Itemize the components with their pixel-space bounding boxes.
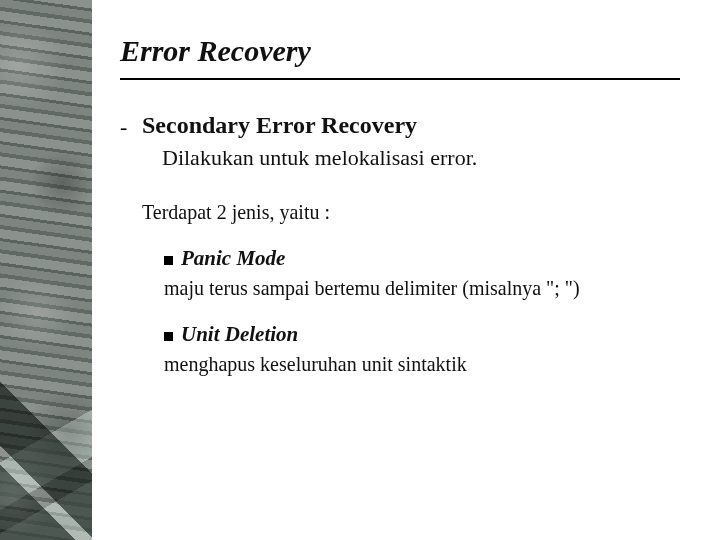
- square-bullet-icon: [164, 256, 173, 265]
- main-list-item: - Secondary Error Recovery Dilakukan unt…: [120, 112, 680, 171]
- square-bullet-icon: [164, 332, 173, 341]
- dash-bullet: -: [120, 114, 127, 140]
- sub-item-panic-mode: Panic Mode maju terus sampai bertemu del…: [164, 246, 680, 300]
- main-description: Dilakukan untuk melokalisasi error.: [142, 145, 680, 171]
- sub-intro-text: Terdapat 2 jenis, yaitu :: [120, 201, 680, 224]
- main-heading: Secondary Error Recovery: [142, 112, 680, 139]
- sub-heading: Panic Mode: [181, 246, 285, 271]
- sub-item-unit-deletion: Unit Deletion menghapus keseluruhan unit…: [164, 322, 680, 376]
- sub-description: menghapus keseluruhan unit sintaktik: [164, 353, 680, 376]
- sub-heading: Unit Deletion: [181, 322, 298, 347]
- sub-list: Panic Mode maju terus sampai bertemu del…: [120, 246, 680, 376]
- slide-title: Error Recovery: [120, 34, 680, 80]
- sub-description: maju terus sampai bertemu delimiter (mis…: [164, 277, 680, 300]
- stone-sidebar: [0, 0, 92, 540]
- slide-content: Error Recovery - Secondary Error Recover…: [92, 0, 720, 540]
